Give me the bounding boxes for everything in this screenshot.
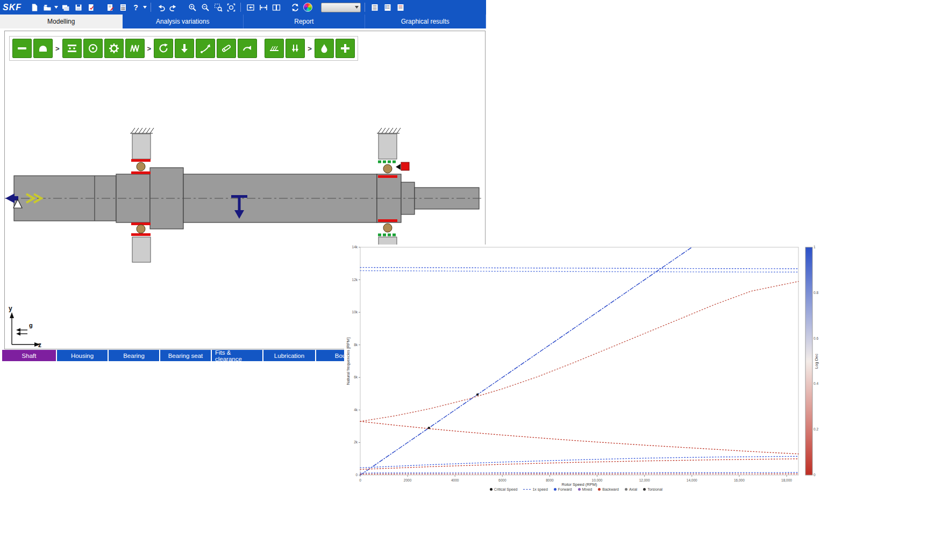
x-tick-label: 8000 xyxy=(546,478,554,482)
y-tick-label: 8k xyxy=(354,343,358,347)
undo-icon[interactable] xyxy=(155,2,166,13)
friction-icon[interactable] xyxy=(265,39,284,58)
open-icon[interactable] xyxy=(41,2,53,13)
tab-housing[interactable]: Housing xyxy=(57,350,108,361)
legend-marker-icon xyxy=(598,488,601,491)
report-list-icon-1[interactable] xyxy=(369,2,380,13)
tab-report[interactable]: Report xyxy=(244,15,365,28)
x-tick-label: 16,000 xyxy=(734,478,745,482)
color-wheel-icon[interactable] xyxy=(302,2,313,13)
zoom-window-icon[interactable] xyxy=(212,2,224,13)
toolbar-separator: > xyxy=(146,45,153,53)
legend-label: Critical Speed xyxy=(494,487,518,491)
new-icon[interactable] xyxy=(28,2,40,13)
top-toolbar: SKF ? xyxy=(0,0,486,15)
model-toolbar: > > xyxy=(9,36,358,61)
y-tick-label: 10k xyxy=(352,310,358,314)
support-hatch-left xyxy=(130,128,154,133)
tab-fits-clearance[interactable]: Fits & clearance xyxy=(212,350,262,361)
legend-item: Backward xyxy=(598,487,619,491)
tab-analysis-variations[interactable]: Analysis variations xyxy=(123,15,244,28)
y-tick-label: 0 xyxy=(355,473,358,477)
open-dropdown-icon[interactable] xyxy=(54,2,58,13)
x-tick-label: 4000 xyxy=(451,478,459,482)
colorbar-tick-label: 0.6 xyxy=(814,336,818,340)
x-tick-label: 18,000 xyxy=(781,478,792,482)
y-axis-label: Natural frequencies [RPM] xyxy=(346,338,351,385)
axis-z-label: z xyxy=(38,341,41,349)
report-list-icon-2[interactable] xyxy=(382,2,393,13)
tab-graphical-results[interactable]: Graphical results xyxy=(365,15,487,28)
preload-marker[interactable] xyxy=(396,162,409,170)
legend-item: Torsional xyxy=(643,487,662,491)
campbell-chart-window: 0200040006000800010,00012,00014,00016,00… xyxy=(344,245,819,497)
report-list-icon-3[interactable] xyxy=(395,2,406,13)
tab-modelling[interactable]: Modelling xyxy=(0,15,123,28)
zoom-out-icon[interactable] xyxy=(199,2,211,13)
colorbar-tick-label: 0.8 xyxy=(814,291,818,295)
tab-lubrication[interactable]: Lubrication xyxy=(263,350,315,361)
lubrication-icon[interactable] xyxy=(315,39,334,58)
tab-bearing[interactable]: Bearing xyxy=(109,350,159,361)
colorbar-tick-label: 0 xyxy=(814,473,816,477)
housing-icon[interactable] xyxy=(33,39,53,58)
load-icon[interactable] xyxy=(175,39,194,58)
legend-label: Axial xyxy=(629,487,637,491)
ball-bearing-icon[interactable] xyxy=(83,39,103,58)
gravity-arrows xyxy=(16,328,27,336)
toolbar-separator: > xyxy=(306,45,313,53)
legend-label: Forward xyxy=(558,487,572,491)
split-view-icon[interactable] xyxy=(270,2,282,13)
axis-y-label: y xyxy=(9,305,12,312)
redo-icon[interactable] xyxy=(168,2,179,13)
gear-icon[interactable] xyxy=(104,39,124,58)
legend-marker-icon xyxy=(490,488,493,491)
sync-icon[interactable] xyxy=(289,2,301,13)
chart-legend: Critical Speed1x speedForwardMixedBackwa… xyxy=(366,487,787,491)
legend-marker-icon xyxy=(554,488,556,491)
colorbar-tick-label: 0.2 xyxy=(814,427,818,431)
zoom-extents-icon[interactable] xyxy=(225,2,237,13)
view-combo[interactable] xyxy=(321,3,361,12)
deflection-icon[interactable] xyxy=(196,39,215,58)
support-hatch-right xyxy=(377,128,401,133)
report-edit-icon[interactable] xyxy=(104,2,116,13)
screen: SKF ? xyxy=(0,0,949,560)
tab-bearing-seat[interactable]: Bearing seat xyxy=(160,350,211,361)
legend-item: Mixed xyxy=(578,487,593,491)
colorbar-label: Log Dec xyxy=(814,354,819,369)
skf-logo: SKF xyxy=(3,3,22,12)
save-icon[interactable] xyxy=(73,2,84,13)
legend-item: Forward xyxy=(554,487,572,491)
open-folder-icon[interactable] xyxy=(60,2,71,13)
tab-shaft[interactable]: Shaft xyxy=(2,350,56,361)
moment-icon[interactable] xyxy=(238,39,257,58)
mount-icon[interactable] xyxy=(336,39,355,58)
legend-item: 1x speed xyxy=(523,487,547,491)
fit-width-icon[interactable] xyxy=(258,2,269,13)
y-tick-label: 4k xyxy=(354,408,358,412)
fit-window-icon[interactable] xyxy=(245,2,256,13)
legend-item: Axial xyxy=(625,487,637,491)
zoom-in-icon[interactable] xyxy=(187,2,198,13)
pin-icon[interactable] xyxy=(217,39,236,58)
x-tick-label: 12,000 xyxy=(639,478,650,482)
gravity-icon[interactable] xyxy=(286,39,305,58)
shaft-icon[interactable] xyxy=(12,39,32,58)
help-dropdown-icon[interactable] xyxy=(143,2,147,13)
critical-speed-marker xyxy=(428,427,430,429)
x-tick-label: 2000 xyxy=(404,478,412,482)
legend-label: 1x speed xyxy=(532,487,547,491)
calculator-icon[interactable] xyxy=(117,2,129,13)
x-tick-label: 14,000 xyxy=(687,478,697,482)
legend-marker-icon xyxy=(643,488,646,491)
spring-icon[interactable] xyxy=(125,39,145,58)
legend-label: Mixed xyxy=(582,487,593,491)
validate-icon[interactable] xyxy=(85,2,97,13)
help-icon[interactable]: ? xyxy=(130,2,141,13)
campbell-chart: 0200040006000800010,00012,00014,00016,00… xyxy=(344,245,819,487)
rotation-icon[interactable] xyxy=(154,39,173,58)
colorbar xyxy=(805,247,812,475)
toolbar-separator: > xyxy=(54,45,61,53)
bearing-icon[interactable] xyxy=(62,39,82,58)
